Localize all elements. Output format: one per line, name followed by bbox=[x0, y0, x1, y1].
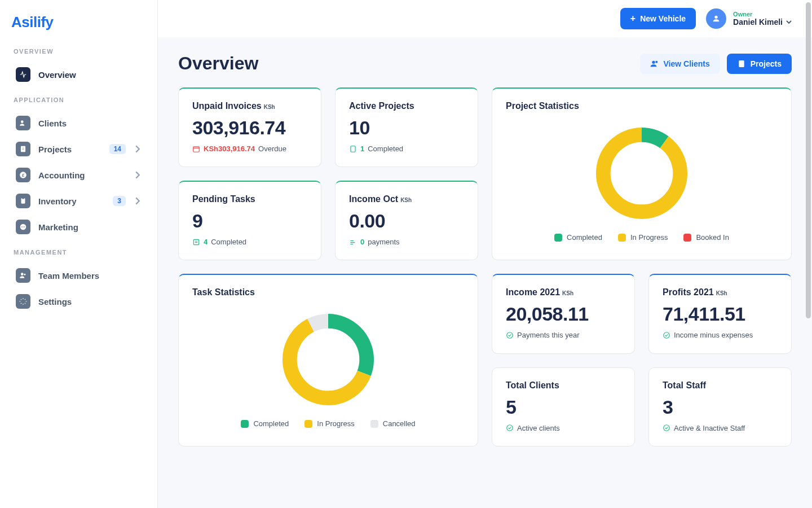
card-title: Task Statistics bbox=[192, 287, 464, 297]
card-total-staff: Total Staff 3 Active & Inactive Staff bbox=[648, 367, 792, 447]
card-value: 9 bbox=[192, 210, 307, 232]
sidebar-item-settings[interactable]: Settings bbox=[11, 288, 146, 314]
sidebar-item-label: Team Members bbox=[38, 271, 142, 281]
user-name-row: Daniel Kimeli bbox=[733, 17, 792, 27]
card-title: Total Clients bbox=[506, 380, 621, 391]
svg-point-28 bbox=[507, 425, 513, 431]
list-icon bbox=[192, 238, 200, 246]
card-title: Project Statistics bbox=[506, 101, 778, 111]
projects-button[interactable]: Projects bbox=[727, 54, 792, 74]
card-title: Unpaid Invoices KSh bbox=[192, 101, 307, 111]
dashboard-grid: Unpaid Invoices KSh 303,916.74 KSh303,91… bbox=[178, 87, 792, 446]
sidebar-item-accounting[interactable]: £ Accounting bbox=[11, 162, 146, 188]
legend-item: Booked In bbox=[683, 233, 729, 242]
card-value: 10 bbox=[349, 117, 464, 139]
card-value: 71,411.51 bbox=[663, 303, 778, 325]
user-icon bbox=[712, 14, 721, 23]
new-vehicle-button[interactable]: + New Vehicle bbox=[620, 8, 696, 29]
card-title: Total Staff bbox=[663, 380, 778, 391]
sidebar-item-label: Overview bbox=[38, 70, 142, 80]
card-value: 5 bbox=[506, 396, 621, 418]
check-circle-icon bbox=[663, 424, 670, 432]
sidebar-item-projects[interactable]: Projects 14 bbox=[11, 136, 146, 162]
clipboard-icon bbox=[16, 194, 30, 208]
sidebar-item-marketing[interactable]: Marketing bbox=[11, 214, 146, 240]
gear-icon bbox=[16, 294, 30, 309]
card-value: 303,916.74 bbox=[192, 117, 307, 139]
scrollbar-thumb[interactable] bbox=[806, 2, 811, 318]
users-icon bbox=[650, 59, 659, 68]
scrollbar[interactable] bbox=[806, 2, 811, 506]
card-project-statistics: Project Statistics Completed In Progress… bbox=[492, 87, 792, 260]
page-actions: View Clients Projects bbox=[640, 54, 792, 74]
svg-point-10 bbox=[21, 273, 24, 275]
team-icon bbox=[16, 268, 30, 283]
sidebar-item-overview[interactable]: Overview bbox=[11, 62, 146, 87]
chat-icon bbox=[16, 220, 30, 234]
user-name: Daniel Kimeli bbox=[733, 17, 783, 27]
card-title: Active Projects bbox=[349, 101, 464, 111]
top-header: + New Vehicle Owner Daniel Kimeli bbox=[158, 0, 812, 37]
svg-point-14 bbox=[652, 60, 655, 63]
lines-icon bbox=[349, 238, 357, 246]
donut-svg bbox=[591, 122, 692, 224]
view-clients-label: View Clients bbox=[664, 59, 710, 68]
legend-item: In Progress bbox=[618, 233, 668, 242]
card-foot: KSh303,916.74 Overdue bbox=[192, 144, 307, 153]
donut-chart: Completed In Progress Cancelled bbox=[192, 303, 464, 433]
sidebar-section-label: OVERVIEW bbox=[14, 48, 144, 55]
chevron-right-icon bbox=[134, 197, 142, 205]
svg-rect-18 bbox=[351, 146, 355, 152]
page-head: Overview View Clients Projects bbox=[178, 53, 792, 74]
brand-logo: Asilify bbox=[11, 14, 146, 31]
sidebar-item-label: Clients bbox=[38, 119, 142, 128]
sidebar-section-label: MANAGEMENT bbox=[14, 249, 144, 256]
check-circle-icon bbox=[663, 331, 670, 339]
user-menu[interactable]: Owner Daniel Kimeli bbox=[706, 8, 792, 29]
sidebar-badge: 3 bbox=[113, 196, 126, 206]
sidebar-item-label: Inventory bbox=[38, 196, 105, 206]
card-foot: 1 Completed bbox=[349, 144, 464, 153]
card-active-projects: Active Projects 10 1 Completed bbox=[335, 87, 478, 167]
svg-point-29 bbox=[664, 425, 670, 431]
view-clients-button[interactable]: View Clients bbox=[640, 54, 720, 74]
card-task-statistics: Task Statistics Completed In Progress Ca… bbox=[178, 274, 478, 446]
projects-button-label: Projects bbox=[751, 59, 782, 68]
main-area: + New Vehicle Owner Daniel Kimeli Overvi… bbox=[158, 0, 812, 508]
card-income-month: Income Oct KSh 0.00 0 payments bbox=[335, 181, 478, 260]
sidebar-item-label: Projects bbox=[38, 144, 102, 154]
card-value: 3 bbox=[663, 396, 778, 418]
document-icon bbox=[737, 59, 746, 68]
new-vehicle-label: New Vehicle bbox=[640, 14, 686, 23]
content-scroll[interactable]: Overview View Clients Projects Unpaid In… bbox=[158, 37, 812, 508]
chevron-down-icon bbox=[786, 19, 792, 25]
card-value: 0.00 bbox=[349, 210, 464, 232]
user-meta: Owner Daniel Kimeli bbox=[733, 11, 792, 27]
sidebar: Asilify OVERVIEW Overview APPLICATION Cl… bbox=[0, 0, 158, 508]
users-icon bbox=[16, 116, 30, 130]
sidebar-item-team-members[interactable]: Team Members bbox=[11, 262, 146, 288]
card-value: 20,058.11 bbox=[506, 303, 621, 325]
legend-item: Completed bbox=[554, 233, 602, 242]
svg-point-0 bbox=[21, 120, 24, 123]
activity-icon bbox=[16, 67, 30, 82]
svg-point-11 bbox=[24, 274, 25, 275]
user-role: Owner bbox=[733, 11, 792, 17]
chart-legend: Completed In Progress Cancelled bbox=[241, 419, 415, 428]
calendar-icon bbox=[192, 145, 200, 153]
doc-icon bbox=[16, 142, 30, 156]
sidebar-item-clients[interactable]: Clients bbox=[11, 110, 146, 136]
card-foot: Active clients bbox=[506, 424, 621, 432]
sidebar-item-inventory[interactable]: Inventory 3 bbox=[11, 188, 146, 214]
card-foot: 0 payments bbox=[349, 238, 464, 246]
plus-icon: + bbox=[630, 14, 636, 24]
svg-rect-16 bbox=[739, 60, 744, 67]
svg-rect-17 bbox=[193, 146, 200, 151]
avatar bbox=[706, 8, 726, 29]
svg-point-8 bbox=[23, 226, 23, 227]
pound-icon: £ bbox=[16, 168, 30, 182]
svg-rect-4 bbox=[21, 198, 25, 203]
card-title: Income 2021 KSh bbox=[506, 287, 621, 297]
chevron-right-icon bbox=[134, 171, 142, 179]
sidebar-section-label: APPLICATION bbox=[14, 97, 144, 103]
